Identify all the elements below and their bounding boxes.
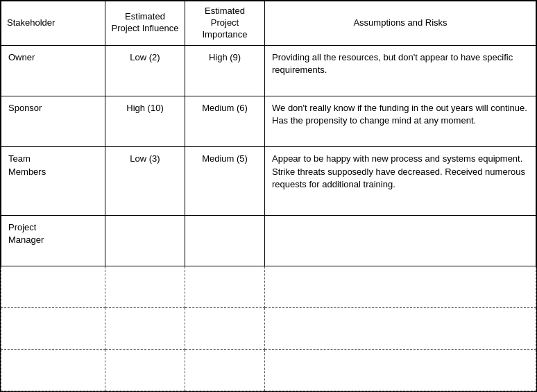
- table-row: [1, 266, 536, 308]
- table-row: SponsorHigh (10)Medium (6)We don't reall…: [1, 96, 536, 147]
- cell-influence: High (10): [105, 96, 185, 147]
- cell-importance: [185, 350, 265, 391]
- table-row: OwnerLow (2)High (9)Providing all the re…: [1, 45, 536, 96]
- cell-importance: [185, 215, 265, 266]
- cell-importance: [185, 266, 265, 308]
- cell-assumptions: [265, 308, 536, 350]
- table-row: [1, 308, 536, 350]
- cell-assumptions: [265, 266, 536, 308]
- table-row: Project Manager: [1, 215, 536, 266]
- cell-importance: Medium (5): [185, 147, 265, 215]
- cell-assumptions: Providing all the resources, but don't a…: [265, 45, 536, 96]
- stakeholder-table-container: Stakeholder Estimated Project Influence …: [0, 0, 537, 392]
- cell-influence: [105, 215, 185, 266]
- cell-stakeholder: [1, 266, 105, 308]
- table-row: Team MembersLow (3)Medium (5)Appear to b…: [1, 147, 536, 215]
- cell-stakeholder: Project Manager: [1, 215, 105, 266]
- cell-influence: [105, 308, 185, 350]
- cell-influence: [105, 266, 185, 308]
- cell-stakeholder: Owner: [1, 45, 105, 96]
- cell-influence: [105, 350, 185, 391]
- header-influence: Estimated Project Influence: [105, 1, 185, 46]
- cell-importance: Medium (6): [185, 96, 265, 147]
- cell-importance: [185, 308, 265, 350]
- cell-assumptions: Appear to be happy with new process and …: [265, 147, 536, 215]
- cell-influence: Low (2): [105, 45, 185, 96]
- table-row: [1, 350, 536, 391]
- stakeholder-table: Stakeholder Estimated Project Influence …: [1, 1, 536, 391]
- cell-stakeholder: [1, 308, 105, 350]
- header-stakeholder: Stakeholder: [1, 1, 105, 46]
- cell-stakeholder: Sponsor: [1, 96, 105, 147]
- header-assumptions: Assumptions and Risks: [265, 1, 536, 46]
- cell-importance: High (9): [185, 45, 265, 96]
- cell-assumptions: [265, 350, 536, 391]
- cell-stakeholder: [1, 350, 105, 391]
- cell-assumptions: [265, 215, 536, 266]
- cell-assumptions: We don't really know if the funding in t…: [265, 96, 536, 147]
- cell-influence: Low (3): [105, 147, 185, 215]
- cell-stakeholder: Team Members: [1, 147, 105, 215]
- header-importance: Estimated Project Importance: [185, 1, 265, 46]
